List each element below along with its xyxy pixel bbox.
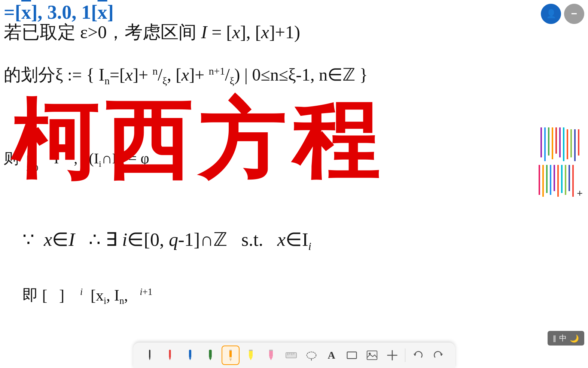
svg-text:+: + [577, 187, 583, 199]
add-icon [386, 349, 398, 361]
svg-marker-32 [229, 359, 231, 361]
svg-rect-30 [229, 350, 231, 357]
minus-button[interactable]: − [564, 4, 584, 24]
ruler-button[interactable] [282, 346, 300, 365]
svg-rect-39 [269, 350, 273, 351]
image-icon [366, 349, 378, 361]
svg-rect-28 [209, 350, 211, 358]
text-button[interactable]: A [323, 346, 341, 365]
pen-thin-icon [144, 349, 156, 361]
svg-rect-31 [229, 357, 231, 359]
lasso-button[interactable] [302, 346, 320, 365]
ruler-icon [285, 349, 297, 361]
status-divider-icon: ‖ [553, 334, 556, 343]
svg-rect-48 [367, 351, 377, 359]
math-line-2: 的划分ξ := { In=[x]+ n/ξ, [x]+ n+1/ξ) | 0≤n… [4, 64, 368, 88]
undo-button[interactable] [409, 346, 427, 365]
minus-icon: − [571, 8, 577, 20]
svg-rect-36 [249, 350, 253, 351]
main-canvas: 👤 − =[x], 3.0, 1[x] 若已取定 ε>0，考虑区间 I = [x… [0, 0, 588, 368]
marker-pink-icon [265, 349, 277, 361]
marker-yellow-icon [245, 349, 257, 361]
pencil-button[interactable] [222, 346, 240, 365]
svg-rect-33 [229, 350, 231, 350]
shape-icon [346, 349, 358, 361]
user-button[interactable]: 👤 [541, 4, 561, 24]
svg-rect-40 [286, 353, 296, 358]
text-icon: A [327, 349, 335, 361]
redo-button[interactable] [429, 346, 447, 365]
pen-green-button[interactable] [201, 346, 219, 365]
top-right-buttons: 👤 − [541, 4, 584, 24]
math-line-4: ∵ x∈I ∴ ∃ i∈[0, q-1]∩ℤ s.t. x∈Ii [22, 229, 311, 253]
svg-rect-26 [189, 350, 191, 358]
svg-marker-25 [169, 358, 171, 360]
svg-rect-22 [149, 350, 150, 358]
pen-thin-button[interactable] [141, 346, 159, 365]
marker-yellow-button[interactable] [242, 346, 260, 365]
svg-point-49 [369, 353, 371, 355]
svg-point-45 [307, 352, 316, 359]
add-button[interactable] [383, 346, 401, 365]
status-bar: ‖ 中 🌙 [548, 331, 584, 346]
pen-blue-icon [184, 349, 196, 361]
moon-icon: 🌙 [570, 334, 579, 343]
svg-rect-24 [169, 350, 171, 358]
content-area: =[x], 3.0, 1[x] 若已取定 ε>0，考虑区间 I = [x], [… [0, 0, 588, 368]
pen-red-icon [164, 349, 176, 361]
redo-icon [432, 349, 444, 361]
bottom-toolbar: A [133, 342, 455, 368]
svg-marker-35 [249, 357, 253, 361]
language-indicator: 中 [559, 333, 567, 343]
pen-red-button[interactable] [161, 346, 179, 365]
svg-marker-38 [269, 357, 273, 361]
lasso-icon [305, 349, 317, 361]
image-button[interactable] [363, 346, 381, 365]
pen-green-icon [204, 349, 216, 361]
marker-pink-button[interactable] [262, 346, 280, 365]
math-line-5: 即 [ ] i [xi, In, i+1 [22, 285, 152, 306]
big-red-chinese-text: 柯西方程 [11, 97, 386, 184]
svg-marker-23 [149, 358, 150, 360]
toolbar-divider [405, 349, 405, 362]
svg-marker-29 [209, 358, 211, 360]
pencil-icon [225, 349, 237, 361]
shape-button[interactable] [343, 346, 361, 365]
undo-icon [412, 349, 424, 361]
user-icon: 👤 [546, 9, 556, 19]
svg-rect-47 [347, 352, 356, 359]
math-line-1: 若已取定 ε>0，考虑区间 I = [x], [x]+1) [4, 21, 300, 44]
pen-blue-button[interactable] [181, 346, 199, 365]
colorful-tick-marks: + [537, 127, 586, 223]
svg-marker-27 [189, 358, 191, 360]
